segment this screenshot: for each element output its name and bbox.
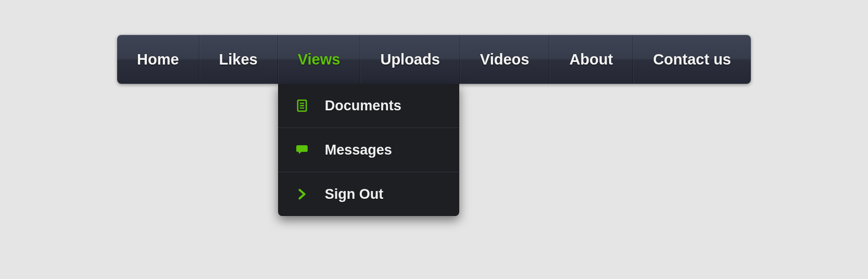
nav-item-home[interactable]: Home xyxy=(117,35,199,84)
dropdown-item-documents[interactable]: Documents xyxy=(278,84,459,128)
chevron-right-icon xyxy=(294,186,310,202)
nav-label: Contact us xyxy=(653,51,731,68)
views-dropdown: Documents Messages xyxy=(278,84,459,216)
dropdown-label: Messages xyxy=(325,142,392,158)
nav-item-views[interactable]: Views Documents xyxy=(278,35,360,84)
nav-item-uploads[interactable]: Uploads xyxy=(360,35,459,84)
nav-label: Likes xyxy=(219,51,258,68)
main-navbar: Home Likes Views Documents xyxy=(117,35,751,84)
nav-label: Views xyxy=(298,51,341,68)
nav-label: Home xyxy=(137,51,179,68)
nav-item-likes[interactable]: Likes xyxy=(199,35,278,84)
nav-item-contact[interactable]: Contact us xyxy=(633,35,751,84)
dropdown-item-messages[interactable]: Messages xyxy=(278,128,459,172)
dropdown-label: Sign Out xyxy=(325,186,383,202)
nav-label: Videos xyxy=(480,51,530,68)
nav-label: About xyxy=(569,51,613,68)
document-icon xyxy=(294,97,310,114)
nav-item-videos[interactable]: Videos xyxy=(460,35,549,84)
nav-item-about[interactable]: About xyxy=(549,35,633,84)
nav-label: Uploads xyxy=(380,51,439,68)
dropdown-label: Documents xyxy=(325,98,401,114)
dropdown-item-signout[interactable]: Sign Out xyxy=(278,172,459,216)
chat-icon xyxy=(294,142,310,158)
